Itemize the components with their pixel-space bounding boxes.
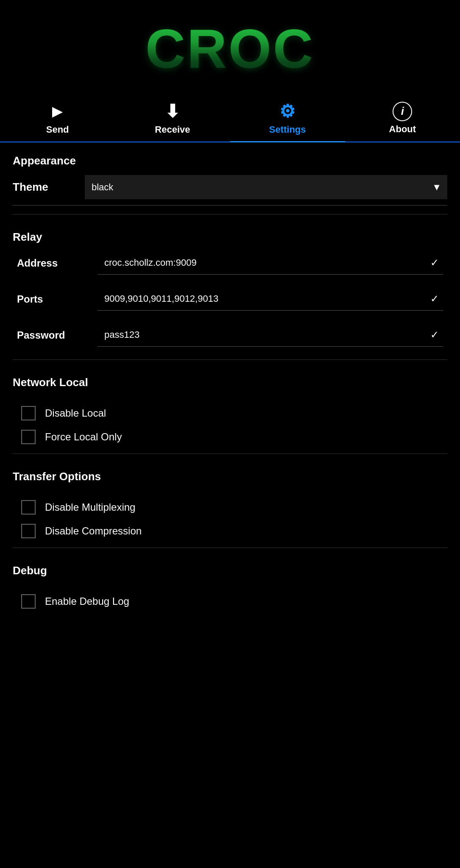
tab-send-label: Send <box>46 124 69 135</box>
transfer-options-section-title: Transfer Options <box>13 458 447 491</box>
enable-debug-log-row: Enable Debug Log <box>21 594 439 609</box>
tab-about-label: About <box>389 124 416 135</box>
relay-fields: Address ✓ Ports ✓ Password ✓ <box>13 251 447 347</box>
tab-settings[interactable]: ⚙ Settings <box>230 93 345 142</box>
password-input[interactable] <box>98 323 443 346</box>
force-local-only-label: Force Local Only <box>45 431 122 443</box>
receive-icon: ⬇ <box>165 101 180 122</box>
force-local-only-checkbox[interactable] <box>21 430 36 444</box>
app-logo: CROC <box>145 17 315 81</box>
settings-panel: Appearance Theme black light dark system… <box>0 142 460 609</box>
force-local-only-row: Force Local Only <box>21 430 439 444</box>
address-input[interactable] <box>98 251 443 274</box>
disable-local-label: Disable Local <box>45 407 106 419</box>
divider-4 <box>13 548 447 548</box>
disable-multiplexing-row: Disable Multiplexing <box>21 500 439 515</box>
ports-row: Ports ✓ <box>17 287 443 311</box>
theme-select-wrapper: black light dark system ▼ <box>85 175 447 199</box>
divider-3 <box>13 453 447 454</box>
password-input-wrapper: ✓ <box>98 323 443 347</box>
send-icon: ► <box>49 101 67 122</box>
debug-section-title: Debug <box>13 552 447 585</box>
theme-select[interactable]: black light dark system <box>85 175 447 199</box>
divider-1 <box>13 214 447 214</box>
tab-settings-label: Settings <box>269 124 306 135</box>
address-row: Address ✓ <box>17 251 443 275</box>
enable-debug-log-checkbox[interactable] <box>21 594 36 609</box>
about-info-icon: i <box>393 102 412 121</box>
disable-multiplexing-label: Disable Multiplexing <box>45 501 135 513</box>
divider-2 <box>13 359 447 360</box>
ports-label: Ports <box>17 293 89 305</box>
disable-local-row: Disable Local <box>21 406 439 420</box>
ports-input[interactable] <box>98 287 443 310</box>
ports-check-icon: ✓ <box>430 293 439 305</box>
disable-compression-checkbox[interactable] <box>21 524 36 538</box>
address-label: Address <box>17 257 89 269</box>
relay-section-title: Relay <box>13 219 447 251</box>
tab-receive[interactable]: ⬇ Receive <box>115 93 230 142</box>
tab-about[interactable]: i About <box>345 93 460 142</box>
disable-local-checkbox[interactable] <box>21 406 36 420</box>
logo-container: CROC <box>0 0 460 93</box>
disable-compression-row: Disable Compression <box>21 524 439 538</box>
password-label: Password <box>17 329 89 341</box>
enable-debug-log-label: Enable Debug Log <box>45 595 129 607</box>
theme-row: Theme black light dark system ▼ <box>13 175 447 206</box>
ports-input-wrapper: ✓ <box>98 287 443 311</box>
tab-navigation: ► Send ⬇ Receive ⚙ Settings i About <box>0 93 460 142</box>
address-check-icon: ✓ <box>430 257 439 269</box>
theme-label: Theme <box>13 181 76 194</box>
password-check-icon: ✓ <box>430 329 439 341</box>
disable-compression-label: Disable Compression <box>45 525 142 537</box>
appearance-section-title: Appearance <box>13 142 447 175</box>
password-row: Password ✓ <box>17 323 443 347</box>
disable-multiplexing-checkbox[interactable] <box>21 500 36 515</box>
tab-send[interactable]: ► Send <box>0 93 115 142</box>
address-input-wrapper: ✓ <box>98 251 443 275</box>
settings-gear-icon: ⚙ <box>279 101 296 122</box>
tab-receive-label: Receive <box>155 124 190 135</box>
network-local-section-title: Network Local <box>13 364 447 397</box>
